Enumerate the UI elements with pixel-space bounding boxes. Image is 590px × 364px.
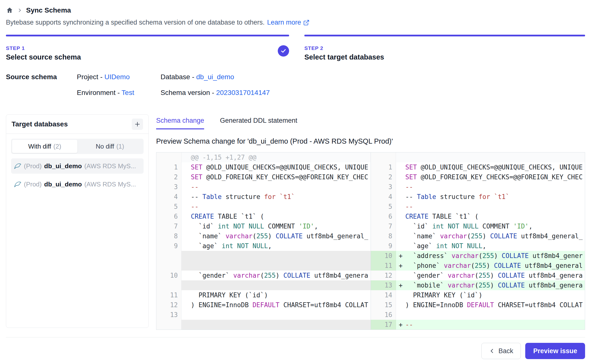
line-number: 3 (156, 182, 181, 192)
db-name: db_ui_demo (44, 162, 82, 170)
diff-pane-source: @@ -1,15 +1,27 @@1SET @OLD_UNIQUE_CHECKS… (156, 152, 371, 330)
line-number: 6 (371, 212, 396, 221)
tab-schema-change[interactable]: Schema change (156, 117, 204, 129)
diff-marker (181, 192, 191, 202)
breadcrumb: Sync Schema (6, 4, 585, 16)
back-button-label: Back (498, 347, 513, 355)
schema-version-link[interactable]: 20230317014147 (216, 89, 270, 96)
diff-marker (181, 261, 191, 271)
intro-text: Bytebase supports synchronizing a specif… (6, 19, 585, 26)
project-link[interactable]: UIDemo (104, 73, 130, 81)
diff-marker (396, 231, 405, 241)
diff-row: 5-- (156, 202, 371, 212)
diff-row: 2SET @OLD_FOREIGN_KEY_CHECKS=@@FOREIGN_K… (371, 172, 585, 182)
mysql-icon (14, 181, 21, 188)
schema-version-row: Schema version - 20230317014147 (161, 88, 585, 98)
diff-row: 8 `name` varchar(255) COLLATE utf8mb4_ge… (371, 231, 585, 241)
line-number: 9 (156, 241, 181, 251)
diff-row: 1SET @OLD_UNIQUE_CHECKS=@@UNIQUE_CHECKS,… (156, 162, 371, 172)
code-line: `gender` varchar(255) COLLATE utf8mb4_ge… (191, 271, 371, 280)
code-line: -- Table structure for `t1` (191, 192, 371, 202)
line-number: 4 (156, 192, 181, 202)
source-schema-label: Source schema (6, 72, 77, 104)
diff-row: 3-- (156, 182, 371, 192)
diff-marker (396, 202, 405, 212)
line-number (156, 261, 181, 271)
diff-marker (181, 300, 191, 310)
learn-more-link[interactable]: Learn more (267, 19, 310, 26)
line-number: 17 (371, 320, 396, 330)
diff-marker (181, 320, 191, 330)
diff-marker (181, 251, 191, 261)
line-number (156, 280, 181, 290)
code-line: -- (405, 320, 585, 330)
preview-tabs: Schema change Generated DDL statement (156, 117, 585, 129)
diff-row: 15) ENGINE=InnoDB DEFAULT CHARSET=utf8mb… (371, 300, 585, 310)
code-line: SET @OLD_UNIQUE_CHECKS=@@UNIQUE_CHECKS, … (405, 162, 585, 172)
line-number: 14 (371, 290, 396, 300)
diff-marker (396, 310, 405, 320)
main-content: Target databases With diff (2) No diff (… (6, 114, 585, 330)
tab-no-diff-label: No diff (96, 143, 114, 150)
preview-panel: Schema change Generated DDL statement Pr… (156, 117, 585, 330)
target-database-item[interactable]: (Prod) db_ui_demo (AWS RDS MyS... (11, 158, 144, 174)
diff-marker: + (396, 280, 405, 290)
preview-issue-button[interactable]: Preview issue (525, 343, 585, 359)
database-link[interactable]: db_ui_demo (196, 73, 234, 81)
db-environment: (Prod) (24, 181, 42, 188)
source-schema-summary: Source schema Project - UIDemo Environme… (6, 72, 585, 104)
diff-row: 6CREATE TABLE `t1` ( (371, 212, 585, 221)
line-number: 5 (371, 202, 396, 212)
code-line: `age` int NOT NULL, (191, 241, 371, 251)
add-target-database-button[interactable] (132, 119, 143, 130)
code-line: `gender` varchar(255) COLLATE utf8mb4_ge… (405, 271, 585, 280)
diff-row: @@ -1,15 +1,27 @@ (156, 152, 371, 162)
line-number: 6 (156, 212, 181, 221)
diff-marker: + (396, 261, 405, 271)
diff-marker (181, 241, 191, 251)
step-1-completed-badge (278, 45, 289, 57)
diff-marker (396, 290, 405, 300)
environment-link[interactable]: Test (122, 89, 134, 96)
line-number: 10 (371, 251, 396, 261)
environment-row: Environment - Test (77, 88, 161, 98)
db-name: db_ui_demo (44, 181, 82, 188)
line-number: 8 (156, 231, 181, 241)
diff-row: 10 `gender` varchar(255) COLLATE utf8mb4… (156, 271, 371, 280)
diff-marker (181, 290, 191, 300)
step-1-label: STEP 1 (6, 45, 81, 51)
diff-marker: + (396, 251, 405, 261)
target-databases-header: Target databases (6, 115, 148, 134)
tab-no-diff-count: (1) (116, 143, 124, 150)
line-number: 7 (156, 221, 181, 231)
diff-marker (396, 172, 405, 182)
diff-filter-tabs: With diff (2) No diff (1) (11, 139, 144, 154)
learn-more-label: Learn more (267, 19, 301, 26)
code-line (191, 310, 371, 320)
tab-with-diff[interactable]: With diff (2) (12, 140, 77, 153)
diff-marker (181, 221, 191, 231)
target-database-item[interactable]: (Prod) db_ui_demo (AWS RDS MyS... (11, 177, 144, 192)
diff-row: 1SET @OLD_UNIQUE_CHECKS=@@UNIQUE_CHECKS,… (371, 162, 585, 172)
step-2-title: Select target databases (304, 53, 384, 61)
line-number: 15 (371, 300, 396, 310)
tab-generated-ddl[interactable]: Generated DDL statement (220, 117, 297, 129)
diff-row: 4-- Table structure for `t1` (371, 192, 585, 202)
chevron-left-icon (489, 348, 495, 354)
code-line: ) ENGINE=InnoDB DEFAULT CHARSET=utf8mb4 … (405, 300, 585, 310)
code-line: PRIMARY KEY (`id`) (191, 290, 371, 300)
diff-row: 12) ENGINE=InnoDB DEFAULT CHARSET=utf8mb… (156, 300, 371, 310)
diff-row: 11+ `phone` varchar(255) COLLATE utf8mb4… (371, 261, 585, 271)
back-button[interactable]: Back (481, 343, 521, 359)
diff-row: 14 PRIMARY KEY (`id`) (371, 290, 585, 300)
code-line (191, 261, 371, 271)
diff-marker (181, 280, 191, 290)
diff-row: 9 `age` int NOT NULL, (371, 241, 585, 251)
home-icon[interactable] (6, 7, 13, 14)
diff-marker (181, 202, 191, 212)
code-line (191, 280, 371, 290)
step-2: STEP 2 Select target databases (304, 35, 585, 61)
code-line: `id` int NOT NULL COMMENT 'ID', (191, 221, 371, 231)
tab-no-diff[interactable]: No diff (1) (77, 140, 143, 153)
plus-icon (134, 121, 141, 128)
